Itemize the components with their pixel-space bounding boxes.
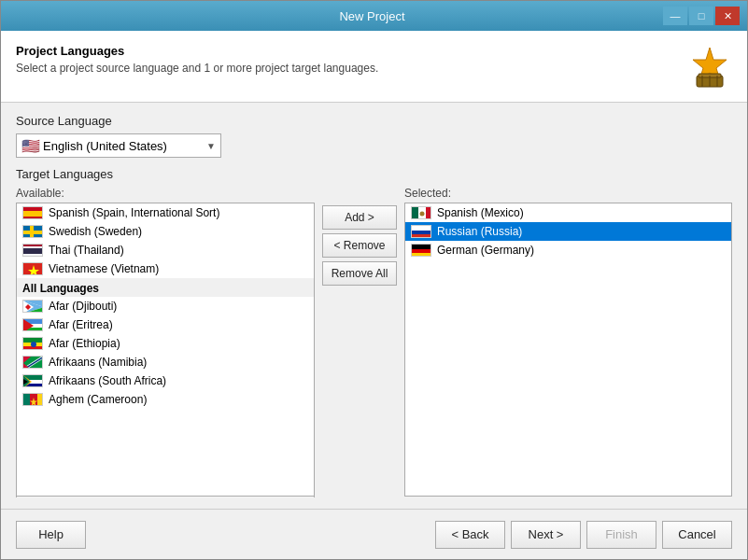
svg-rect-47 — [426, 207, 431, 219]
list-item[interactable]: Afar (Ethiopia) — [17, 334, 314, 353]
svg-rect-49 — [412, 226, 431, 231]
list-item[interactable]: Vietnamese (Vietnam) — [17, 259, 314, 278]
flag-se — [22, 225, 43, 238]
back-button[interactable]: < Back — [435, 521, 505, 549]
svg-rect-52 — [412, 245, 431, 249]
target-languages-section: Target Languages Available: Spanish (Spa… — [16, 167, 732, 497]
header-text: Project Languages Select a project sourc… — [16, 44, 378, 75]
flag-es — [22, 206, 43, 219]
target-languages-label: Target Languages — [16, 167, 732, 181]
svg-rect-10 — [30, 226, 34, 238]
flag-et — [22, 337, 43, 350]
header-title: Project Languages — [16, 44, 378, 58]
target-lists-row: Available: Spanish (Spain, International… — [16, 187, 732, 497]
minimize-button[interactable]: — — [663, 7, 687, 25]
svg-point-48 — [420, 212, 425, 217]
list-item[interactable]: Aghem (Cameroon) — [17, 390, 314, 409]
bottom-right: < Back Next > Finish Cancel — [435, 521, 732, 549]
available-header: Available: — [16, 187, 315, 200]
selected-list-item[interactable]: Spanish (Mexico) — [405, 203, 731, 222]
flag-ru — [411, 225, 431, 238]
content-area: Project Languages Select a project sourc… — [1, 31, 747, 559]
svg-rect-53 — [412, 249, 431, 253]
source-language-select[interactable]: English (United States) — [16, 133, 221, 158]
svg-rect-51 — [412, 234, 431, 238]
svg-rect-50 — [412, 231, 431, 234]
flag-th — [22, 244, 43, 257]
selected-list-item[interactable]: German (Germany) — [405, 241, 731, 259]
svg-rect-54 — [412, 253, 431, 257]
selected-list-item[interactable]: Russian (Russia) — [405, 222, 731, 241]
flag-er — [22, 318, 43, 331]
flag-na — [22, 356, 43, 369]
flag-mx — [411, 206, 431, 219]
remove-button[interactable]: < Remove — [322, 233, 397, 258]
all-languages-header: All Languages — [17, 278, 314, 297]
title-bar: New Project — □ ✕ — [1, 1, 747, 31]
svg-rect-7 — [23, 211, 43, 217]
transfer-buttons: Add > < Remove Remove All — [322, 187, 397, 286]
source-language-select-wrapper: 🇺🇸 English (United States) ▼ — [16, 133, 221, 158]
add-button[interactable]: Add > — [322, 205, 397, 230]
available-list-wrap: Available: Spanish (Spain, International… — [16, 187, 315, 497]
flag-cm — [22, 393, 43, 406]
flag-de — [411, 244, 431, 257]
selected-list-wrap: Selected: — [404, 187, 732, 497]
flag-za — [22, 374, 43, 387]
finish-button[interactable]: Finish — [586, 521, 656, 549]
list-item[interactable]: Thai (Thailand) — [17, 241, 314, 259]
list-item[interactable]: Spanish (Spain, International Sort) — [17, 203, 314, 222]
source-language-label: Source Language — [16, 114, 732, 128]
source-language-section: Source Language 🇺🇸 English (United State… — [16, 114, 732, 158]
main-body: Source Language 🇺🇸 English (United State… — [1, 103, 747, 509]
list-item[interactable]: Swedish (Sweden) — [17, 222, 314, 241]
header-section: Project Languages Select a project sourc… — [1, 31, 747, 103]
maximize-button[interactable]: □ — [689, 7, 713, 25]
flag-vn — [22, 262, 43, 275]
list-item[interactable]: Afrikaans (South Africa) — [17, 371, 314, 390]
window-title: New Project — [81, 9, 663, 23]
list-item[interactable]: Afar (Eritrea) — [17, 315, 314, 334]
svg-rect-43 — [37, 394, 43, 406]
header-icon — [687, 44, 732, 89]
bottom-left: Help — [16, 521, 435, 549]
svg-rect-41 — [23, 394, 30, 406]
svg-point-29 — [31, 342, 36, 347]
horizontal-scrollbar[interactable]: ◄ ► — [16, 497, 315, 497]
main-window: New Project — □ ✕ Project Languages Sele… — [0, 0, 748, 560]
close-button[interactable]: ✕ — [715, 7, 740, 25]
header-subtitle: Select a project source language and 1 o… — [16, 62, 378, 75]
remove-all-button[interactable]: Remove All — [322, 261, 397, 286]
available-list[interactable]: Spanish (Spain, International Sort) Swed… — [16, 203, 315, 497]
next-button[interactable]: Next > — [511, 521, 581, 549]
list-item[interactable]: Afrikaans (Namibia) — [17, 353, 314, 371]
window-controls: — □ ✕ — [663, 7, 740, 25]
cancel-button[interactable]: Cancel — [662, 521, 732, 549]
flag-dj — [22, 300, 43, 313]
svg-rect-45 — [412, 207, 418, 219]
list-item[interactable]: Afar (Djibouti) — [17, 297, 314, 315]
svg-rect-13 — [23, 248, 43, 254]
selected-list[interactable]: Spanish (Mexico) Ru — [404, 203, 732, 497]
selected-header: Selected: — [404, 187, 732, 200]
help-button[interactable]: Help — [16, 521, 86, 549]
bottom-bar: Help < Back Next > Finish Cancel — [1, 509, 747, 559]
